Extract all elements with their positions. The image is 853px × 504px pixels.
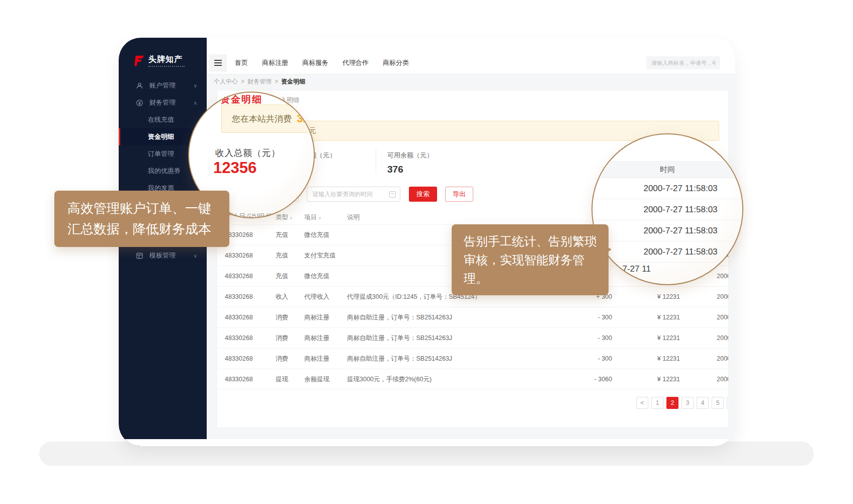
cell-time: 2000-7-27 11:58:03 — [717, 266, 728, 287]
nav-item-agency[interactable]: 代理合作 — [343, 58, 369, 67]
stat-balance: 可用余额（元） 376 — [387, 151, 433, 175]
magnified-time-header: 时间 — [592, 161, 742, 178]
breadcrumb-finance[interactable]: 财务管理 — [247, 77, 272, 86]
cell-type: 提现 — [276, 369, 303, 390]
finance-icon — [135, 99, 143, 107]
logo-tagline — [148, 66, 185, 67]
cell-time: 2000-7-27 11:58:03 — [717, 287, 728, 307]
pagination: < 1 2 3 4 5 > — [636, 397, 728, 409]
topbar: 首页 商标注册 商标服务 代理合作 商标分类 — [207, 38, 735, 74]
cell-order: 48330268 — [225, 287, 270, 307]
sidebar-item-finance[interactable]: 财务管理 ∧ — [119, 94, 207, 111]
cell-time: 2000-7-27 11:58:03 — [717, 307, 728, 328]
calendar-icon[interactable] — [389, 191, 396, 198]
trademark-search-input[interactable] — [646, 56, 720, 69]
callout-left: 高效管理账户订单、一键汇总数据，降低财务成本 — [54, 191, 229, 247]
cell-desc: 商标自助注册，订单号：SB2514263J — [347, 307, 563, 328]
cell-balance: ¥ 12231 — [617, 307, 680, 328]
table-row: 48330268 消费 商标注册 商标自助注册，订单号：SB2514263J -… — [217, 307, 728, 327]
cell-type: 充值 — [276, 225, 303, 245]
chevron-down-icon: ∨ — [194, 83, 197, 89]
nav-item-home[interactable]: 首页 — [235, 58, 248, 67]
breadcrumb-personal-center[interactable]: 个人中心 — [214, 77, 238, 86]
magnified-time-cell: 2000-7-27 11:58:03 — [592, 178, 742, 199]
cell-order: 48330268 — [225, 225, 270, 245]
header-project[interactable]: 项目∨ — [304, 210, 347, 225]
export-button[interactable]: 导出 — [445, 187, 473, 202]
search-button[interactable]: 搜索 — [409, 187, 437, 202]
screen-bottom-strip — [119, 439, 735, 446]
cell-type: 消费 — [276, 349, 303, 369]
table-row: 48330268 提现 余额提现 提现3000元，手续费2%(60元) - 30… — [217, 369, 728, 389]
cell-balance: ¥ 12231 — [617, 328, 680, 349]
sidebar-item-account[interactable]: 账户管理 ∨ — [119, 77, 207, 94]
sidebar-item-templates[interactable]: 模板管理 ∨ — [119, 247, 207, 264]
pagination-page-button[interactable]: 5 — [712, 397, 724, 409]
brand-logo-icon — [133, 55, 145, 69]
cell-order: 48330268 — [225, 245, 270, 266]
cell-amount: - 300 — [564, 349, 612, 369]
cell-type: 充值 — [276, 266, 303, 287]
cell-project: 商标注册 — [304, 349, 347, 369]
pagination-page-button[interactable]: 3 — [681, 397, 694, 409]
cell-amount: - 3060 — [564, 369, 612, 390]
cell-desc: 商标自助注册，订单号：SB2514263J — [347, 349, 563, 369]
magnified-income-value: 12356 — [213, 159, 257, 177]
pagination-prev-button[interactable]: < — [636, 397, 648, 409]
logo[interactable]: 头牌知产 — [133, 55, 185, 69]
cell-time: 2000-7-27 11:58:03 — [717, 349, 728, 369]
magnifier-circle-right: 时间 2000-7-27 11:58:03 2000-7-27 11:58:03… — [591, 133, 743, 285]
cell-project: 支付宝充值 — [304, 245, 347, 266]
chevron-down-icon: ∨ — [194, 253, 197, 259]
cell-order: 48330268 — [225, 266, 270, 287]
sort-caret-icon: ∨ — [318, 216, 321, 220]
sidebar-item-online-recharge[interactable]: 在线充值 — [119, 111, 207, 128]
cell-desc: 商标自助注册，订单号：SB2514263J — [347, 328, 563, 349]
template-icon — [135, 251, 143, 260]
cell-type: 消费 — [276, 328, 303, 349]
cell-balance: ¥ 12231 — [617, 369, 680, 390]
top-nav: 首页 商标注册 商标服务 代理合作 商标分类 — [235, 54, 409, 71]
cell-order: 48330268 — [225, 307, 270, 328]
chevron-up-icon: ∧ — [194, 100, 197, 106]
pagination-page-button[interactable]: 2 — [666, 397, 678, 409]
cell-time: 2000-7-27 11:58:03 — [717, 328, 728, 349]
pagination-next-button[interactable]: > — [727, 397, 728, 409]
cell-balance: ¥ 12231 — [617, 349, 680, 369]
table-row: 48330268 消费 商标注册 商标自助注册，订单号：SB2514263J -… — [217, 327, 728, 348]
cell-project: 微信充值 — [304, 225, 347, 245]
hamburger-menu-icon[interactable] — [209, 54, 227, 71]
cell-project: 商标注册 — [304, 307, 347, 328]
page: { "theme": { "accent_red": "#e32222", "o… — [0, 0, 853, 504]
cell-project: 代理收入 — [304, 287, 347, 307]
table-row: 48330268 消费 商标注册 商标自助注册，订单号：SB2514263J -… — [217, 348, 728, 369]
sort-caret-icon: ∨ — [290, 216, 293, 220]
cell-amount: - 300 — [564, 328, 612, 349]
callout-right: 告别手工统计、告别繁琐审核，实现智能财务管理。 — [452, 224, 609, 295]
date-search-input[interactable] — [307, 187, 400, 202]
cell-project: 微信充值 — [304, 266, 347, 287]
cell-project: 商标注册 — [304, 328, 347, 349]
pagination-page-button[interactable]: 1 — [651, 397, 663, 409]
cell-order: 48330268 — [225, 328, 270, 349]
breadcrumb-separator: > — [275, 78, 278, 85]
cell-amount: - 300 — [564, 307, 612, 328]
cell-type: 充值 — [276, 245, 303, 266]
magnified-time-cell: 2000-7-27 11:58:03 — [592, 220, 742, 241]
header-type[interactable]: 类型∨ — [276, 210, 303, 225]
magnified-income-label: 收入总额（元） — [215, 147, 281, 159]
breadcrumb-current: 资金明细 — [281, 77, 305, 86]
cell-type: 消费 — [276, 307, 303, 328]
nav-item-trademark-service[interactable]: 商标服务 — [302, 58, 328, 67]
nav-item-trademark-register[interactable]: 商标注册 — [262, 58, 288, 67]
breadcrumb: 个人中心 > 财务管理 > 资金明细 — [207, 74, 735, 89]
cell-balance: ¥ 12231 — [617, 287, 680, 307]
pagination-page-button[interactable]: 4 — [697, 397, 709, 409]
brand-name: 头牌知产 — [148, 55, 185, 64]
balance-value: 376 — [387, 164, 433, 175]
nav-item-trademark-category[interactable]: 商标分类 — [383, 58, 409, 67]
header-desc: 说明 — [347, 210, 563, 224]
cell-time: 2000-7-27 11:58:03 — [717, 369, 728, 390]
cell-project: 余额提现 — [304, 369, 347, 390]
cell-order: 48330268 — [225, 349, 270, 369]
